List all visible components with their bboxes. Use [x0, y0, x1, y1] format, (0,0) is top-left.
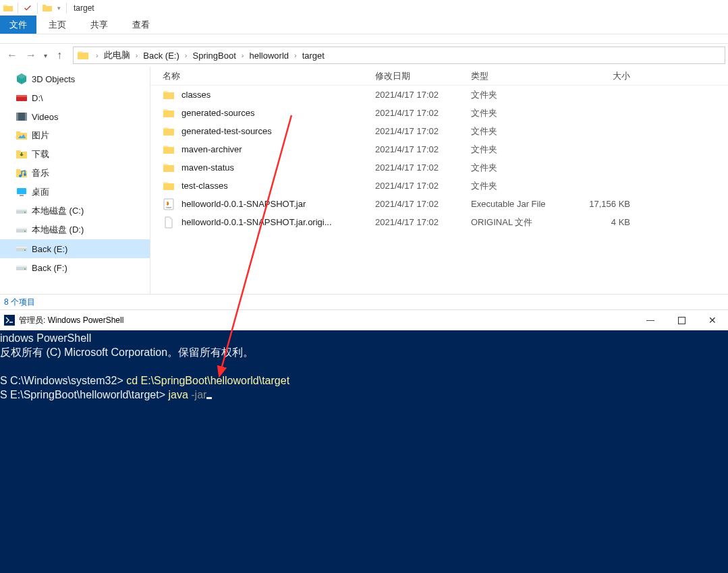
breadcrumb-item[interactable]: target [300, 51, 327, 61]
file-row[interactable]: helloworld-0.0.1-SNAPSHOT.jar.origi...20… [150, 213, 728, 231]
video-icon [16, 111, 28, 123]
file-date: 2021/4/17 17:02 [375, 217, 471, 227]
file-row[interactable]: maven-status2021/4/17 17:02文件夹 [150, 158, 728, 177]
sidebar-item-label: Back (F:) [32, 263, 67, 273]
sidebar-item[interactable]: 音乐 [0, 164, 150, 183]
powershell-terminal[interactable]: indows PowerShell 反权所有 (C) Microsoft Cor… [0, 330, 728, 573]
svg-rect-19 [16, 266, 27, 267]
jar-icon [163, 198, 175, 210]
sidebar-item-label: D:\ [32, 93, 43, 103]
svg-rect-22 [4, 315, 15, 326]
file-row[interactable]: classes2021/4/17 17:02文件夹 [150, 86, 728, 104]
file-date: 2021/4/17 17:02 [375, 162, 471, 173]
file-explorer-window: ▾ target 文件 主页 共享 查看 ← → ▾ ↑ › 此电脑 › Bac… [0, 0, 728, 310]
file-list[interactable]: classes2021/4/17 17:02文件夹generated-sourc… [150, 86, 728, 294]
column-header-type[interactable]: 类型 [471, 70, 569, 82]
qat-separator [37, 3, 38, 13]
sidebar-item[interactable]: 3D Objects [0, 69, 150, 88]
file-name: classes [181, 90, 211, 100]
breadcrumb-item[interactable]: helloworld [247, 51, 291, 61]
file-type: 文件夹 [471, 180, 569, 192]
close-button[interactable]: ✕ [697, 310, 728, 330]
breadcrumb-item[interactable]: Back (E:) [141, 51, 181, 61]
file-name: generated-sources [181, 108, 254, 118]
file-row[interactable]: generated-test-sources2021/4/17 17:02文件夹 [150, 122, 728, 140]
drive-icon [16, 224, 28, 236]
nav-up-button[interactable]: ↑ [50, 46, 69, 65]
sidebar-item-label: 本地磁盘 (D:) [32, 224, 84, 236]
svg-rect-16 [16, 247, 27, 248]
file-date: 2021/4/17 17:02 [375, 199, 471, 209]
svg-point-11 [24, 212, 26, 213]
chevron-right-icon[interactable]: › [92, 51, 102, 59]
sidebar-item[interactable]: 下载 [0, 145, 150, 164]
sidebar-item-label: 桌面 [32, 186, 49, 198]
sidebar-item[interactable]: 本地磁盘 (D:) [0, 220, 150, 239]
breadcrumb-item[interactable]: 此电脑 [102, 49, 132, 61]
powershell-icon [4, 315, 15, 326]
qat-properties-icon[interactable] [22, 3, 33, 13]
column-header-name[interactable]: 名称 [150, 70, 375, 82]
folder-icon [76, 49, 90, 62]
svg-point-6 [24, 173, 26, 176]
svg-point-20 [24, 268, 26, 270]
tab-file[interactable]: 文件 [0, 16, 36, 34]
navigation-pane[interactable]: 3D ObjectsD:\Videos图片下载音乐桌面本地磁盘 (C:)本地磁盘… [0, 67, 150, 294]
sidebar-item[interactable]: Videos [0, 107, 150, 126]
drive-icon [16, 243, 28, 255]
file-type: 文件夹 [471, 89, 569, 101]
svg-rect-10 [16, 209, 27, 210]
chevron-right-icon[interactable]: › [238, 51, 248, 59]
tab-home[interactable]: 主页 [36, 16, 78, 34]
ribbon-tabs: 文件 主页 共享 查看 [0, 16, 728, 34]
nav-history-dropdown[interactable]: ▾ [40, 46, 50, 65]
column-header-date[interactable]: 修改日期 [375, 70, 471, 82]
file-row[interactable]: generated-sources2021/4/17 17:02文件夹 [150, 104, 728, 122]
status-item-count: 8 个项目 [4, 297, 35, 308]
sidebar-item-label: Back (E:) [32, 244, 67, 254]
sidebar-item[interactable]: 桌面 [0, 183, 150, 202]
powershell-titlebar[interactable]: 管理员: Windows PowerShell — ✕ [0, 310, 728, 330]
address-bar[interactable]: › 此电脑 › Back (E:) › SpringBoot › hellowo… [73, 47, 725, 64]
breadcrumb-item[interactable]: SpringBoot [190, 51, 237, 61]
minimize-button[interactable]: — [635, 310, 666, 330]
tab-view[interactable]: 查看 [120, 16, 162, 34]
sidebar-item[interactable]: D:\ [0, 88, 150, 107]
file-type: 文件夹 [471, 144, 569, 156]
sidebar-item-label: 本地磁盘 (C:) [32, 205, 84, 217]
qat-separator [18, 3, 18, 13]
sidebar-item[interactable]: 本地磁盘 (C:) [0, 202, 150, 220]
column-header-size[interactable]: 大小 [569, 70, 644, 82]
tab-share[interactable]: 共享 [78, 16, 120, 34]
chevron-right-icon[interactable]: › [181, 51, 191, 59]
file-row[interactable]: helloworld-0.0.1-SNAPSHOT.jar2021/4/17 1… [150, 195, 728, 213]
sidebar-item[interactable]: Back (F:) [0, 258, 150, 277]
chevron-right-icon[interactable]: › [132, 51, 142, 59]
svg-rect-23 [678, 317, 685, 324]
drive-icon [16, 262, 28, 274]
nav-forward-button[interactable]: → [22, 46, 40, 65]
pic-icon [16, 129, 28, 142]
folder-icon [163, 107, 175, 119]
sidebar-item-label: Videos [32, 112, 59, 122]
powershell-title-text: 管理员: Windows PowerShell [19, 315, 123, 326]
svg-rect-4 [25, 113, 27, 121]
nav-back-button[interactable]: ← [3, 46, 22, 65]
sidebar-item-label: 图片 [32, 129, 49, 142]
sidebar-item[interactable]: 图片 [0, 126, 150, 145]
sidebar-item[interactable]: Back (E:) [0, 239, 150, 258]
navbar: ← → ▾ ↑ › 此电脑 › Back (E:) › SpringBoot ›… [0, 44, 728, 67]
file-size: 17,156 KB [569, 199, 644, 209]
file-row[interactable]: test-classes2021/4/17 17:02文件夹 [150, 177, 728, 195]
chevron-right-icon[interactable]: › [291, 51, 300, 59]
file-date: 2021/4/17 17:02 [375, 144, 471, 154]
folder-icon [3, 3, 13, 13]
file-row[interactable]: maven-archiver2021/4/17 17:02文件夹 [150, 140, 728, 158]
qat-dropdown-icon[interactable]: ▾ [55, 3, 62, 13]
file-name: helloworld-0.0.1-SNAPSHOT.jar [181, 199, 306, 209]
file-type: Executable Jar File [471, 199, 569, 209]
svg-point-17 [24, 249, 26, 251]
maximize-button[interactable] [666, 310, 697, 330]
file-type: 文件夹 [471, 162, 569, 174]
file-name: generated-test-sources [181, 126, 272, 136]
